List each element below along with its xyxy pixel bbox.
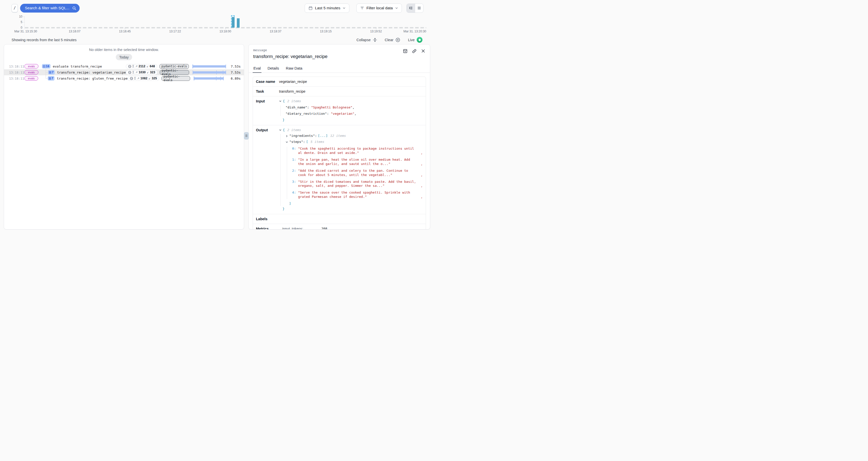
trace-row-gluten-free-recipe[interactable]: 13:18:11 evals ⊞ 7 transform_recipe: glu…	[4, 75, 244, 81]
task-label: Task	[256, 89, 279, 93]
detail-header: message transform_recipe: vegetarian_rec…	[249, 44, 430, 59]
token-usage-pill[interactable]: Σ ↗ 1030 ↙ 323	[126, 70, 157, 75]
chevron-right-icon[interactable]	[285, 135, 288, 137]
drag-dots-icon: ⠿	[245, 134, 248, 138]
input-tokens-count: 1030	[138, 70, 146, 74]
tab-eval[interactable]: Eval	[253, 66, 261, 72]
x-axis-labels: Mar 31. 13:15:30 13:16:07 13:16:45 13:17…	[24, 30, 426, 34]
chevron-down-icon[interactable]	[279, 129, 282, 131]
records-timeline-chart[interactable]: 10 5 0 Mar 31. 13:15:30 13:16:07 13:16:4…	[11, 16, 426, 36]
chevron-down-icon[interactable]	[279, 100, 282, 102]
duration-bar[interactable]	[192, 65, 226, 67]
colon: :	[315, 134, 317, 137]
duration-value: 7.53s	[227, 64, 241, 68]
open-bracket: [	[306, 140, 308, 144]
metric-value: 208	[321, 227, 327, 229]
x-tick-label: 13:19:15	[320, 30, 332, 33]
time-range-label: Last 5 minutes	[315, 6, 340, 10]
duration-bar[interactable]	[194, 77, 224, 80]
coin-icon	[130, 77, 133, 80]
step-item: 2: Add the diced carrot and celery to th…	[292, 169, 423, 177]
metrics-label: Metrics	[256, 227, 279, 229]
duration-value: 7.53s	[227, 70, 241, 74]
filter-local-data-button[interactable]: Filter local data	[356, 3, 402, 13]
x-tick-mark	[125, 27, 125, 29]
view-mode-toggle	[406, 3, 424, 13]
token-usage-pill[interactable]: Σ ↗ 2112 ↙ 648	[126, 64, 157, 69]
step-text: Stir in the diced tomatoes and tomato pa…	[298, 180, 417, 188]
collapsed-array[interactable]: [...]	[318, 134, 328, 138]
trace-row-evaluate-transform-recipe[interactable]: 13:18:11 evals ⊟ 16 evaluate transform_r…	[4, 63, 244, 69]
panel-resize-handle[interactable]: ⠿	[244, 132, 249, 140]
library-badge[interactable]: pydantic-evals	[159, 64, 189, 69]
tab-details[interactable]: Details	[268, 66, 279, 72]
close-brace: }	[283, 118, 423, 122]
minus-square-icon: ⊟	[43, 64, 45, 68]
colon: :	[303, 140, 305, 144]
comma: ,	[352, 105, 354, 109]
copy-link-icon[interactable]	[412, 49, 417, 54]
row-right-group: Σ ↗ 1030 ↙ 323 pydantic-evals 7.53s	[126, 70, 241, 75]
time-range-button[interactable]: Last 5 minutes	[305, 3, 349, 13]
child-count: 16	[46, 64, 49, 68]
x-tick-label: 13:16:07	[69, 30, 81, 33]
json-entry-dish-name: dish_name: Spaghetti Bolognese,	[285, 105, 423, 110]
tab-raw-data[interactable]: Raw Data	[286, 66, 302, 72]
evals-tag[interactable]: evals	[24, 64, 38, 68]
row-timestamp: 13:18:11	[9, 76, 22, 80]
live-toggle[interactable]: Live	[408, 37, 423, 43]
collapse-vertical-icon	[373, 38, 377, 42]
output-tokens-count: 325	[152, 76, 157, 80]
json-key: steps	[289, 140, 303, 144]
plus-square-icon: ⊞	[49, 70, 52, 74]
token-usage-pill[interactable]: Σ ↗ 1082 ↙ 325	[128, 76, 159, 81]
tree-connector	[46, 78, 49, 79]
json-string-value: Spaghetti Bolognese	[311, 105, 352, 109]
evals-tag[interactable]: evals	[24, 76, 38, 81]
status-row: Showing records from the last 5 minutes …	[11, 37, 423, 43]
calendar-icon	[308, 6, 313, 10]
child-count: 7	[52, 70, 54, 74]
detail-header-actions	[403, 49, 426, 54]
sum-icon: Σ	[134, 76, 136, 80]
tree-view-icon	[409, 6, 413, 10]
input-tokens-arrow-icon: ↗	[135, 65, 137, 68]
open-brace: {	[283, 99, 285, 103]
x-tick-label: Mar 31. 13:15:30	[14, 30, 37, 33]
duration-tick	[216, 76, 217, 80]
evals-tag[interactable]: evals	[24, 70, 38, 74]
trace-row-vegetarian-recipe[interactable]: 13:18:11 evals ⊞ 7 transform_recipe: veg…	[4, 69, 244, 75]
duration-tick	[216, 70, 217, 74]
record-count-bar[interactable]	[232, 17, 235, 28]
input-json-viewer: { 2 items dish_name: Spaghetti Bolognese…	[279, 99, 423, 122]
array-index: 0:	[292, 147, 296, 155]
save-view-icon[interactable]	[403, 49, 408, 54]
items-count: 2 items	[287, 128, 301, 132]
input-row: Input { 2 items dish_name: Spaghetti Bol…	[253, 96, 426, 125]
y-tick-mark	[23, 17, 24, 17]
clear-label: Clear	[385, 38, 394, 42]
y-tick-0: 0	[21, 26, 22, 29]
duration-bar[interactable]	[193, 71, 226, 73]
search-input[interactable]: Search & filter with SQL...	[20, 4, 80, 12]
library-badge[interactable]: pydantic-evals	[161, 76, 190, 81]
x-tick-label: 13:18:00	[219, 30, 231, 33]
eval-tab-content: Case name vegetarian_recipe Task transfo…	[249, 73, 430, 229]
collapse-button[interactable]: Collapse	[356, 38, 377, 42]
output-tokens-arrow-icon: ↙	[147, 71, 149, 74]
detail-title: transform_recipe: vegetarian_recipe	[253, 54, 426, 59]
clear-button[interactable]: Clear	[385, 37, 401, 42]
library-badge[interactable]: pydantic-evals	[160, 70, 189, 75]
trace-list-panel: No older items in the selected time wind…	[4, 44, 244, 229]
close-icon[interactable]	[421, 49, 426, 54]
chevron-down-icon[interactable]	[285, 141, 288, 143]
flat-list-toggle[interactable]	[415, 4, 423, 12]
search-placeholder: Search & filter with SQL...	[25, 6, 72, 10]
collapse-span-button[interactable]: ⊟ 16	[42, 64, 51, 68]
y-tick-5: 5	[21, 20, 22, 24]
record-count-bar[interactable]	[237, 18, 240, 28]
chart-plot-area[interactable]: 10 5 0	[24, 17, 426, 28]
items-count: 5 items	[310, 140, 324, 144]
date-pill[interactable]: Today	[116, 54, 132, 60]
tree-view-toggle[interactable]	[407, 4, 415, 12]
